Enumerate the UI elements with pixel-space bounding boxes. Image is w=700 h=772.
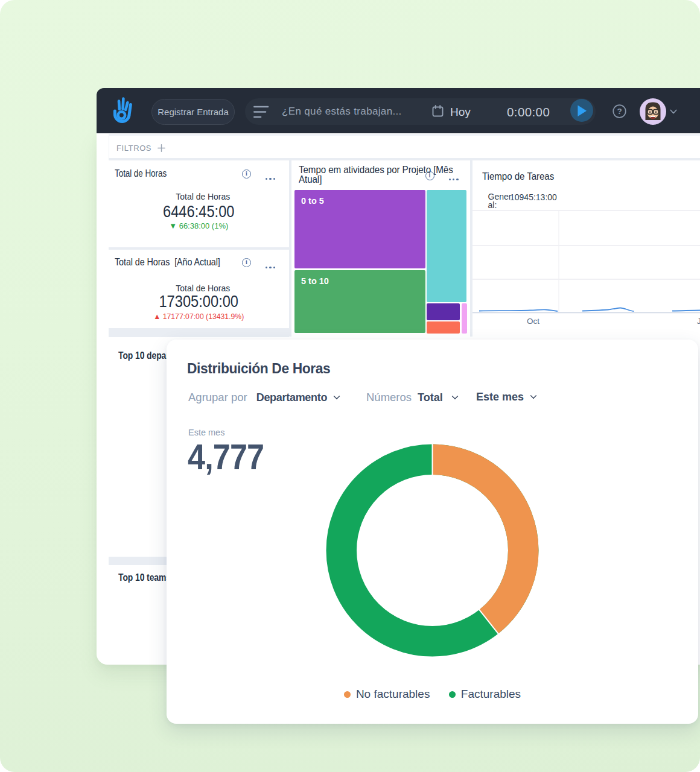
svg-text:?: ? <box>617 107 622 116</box>
